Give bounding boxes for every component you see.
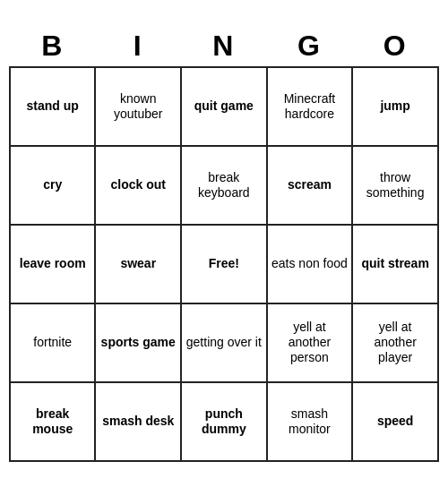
header-letter: B — [10, 26, 95, 67]
bingo-cell: getting over it — [181, 303, 267, 382]
header-letter: N — [181, 26, 267, 67]
bingo-cell: punch dummy — [181, 382, 267, 461]
bingo-cell: smash monitor — [267, 382, 353, 461]
bingo-row: fortnitesports gamegetting over ityell a… — [10, 303, 438, 382]
bingo-row: stand upknown youtuberquit gameMinecraft… — [10, 67, 438, 146]
bingo-cell: scream — [267, 146, 353, 225]
bingo-cell: swear — [95, 225, 181, 303]
bingo-row: break mousesmash deskpunch dummysmash mo… — [10, 382, 438, 461]
bingo-cell: sports game — [95, 303, 181, 382]
bingo-cell: Free! — [181, 225, 267, 303]
bingo-cell: fortnite — [10, 303, 95, 382]
bingo-cell: break keyboard — [181, 146, 267, 225]
bingo-cell: eats non food — [267, 225, 353, 303]
bingo-cell: smash desk — [95, 382, 181, 461]
bingo-cell: speed — [352, 382, 438, 461]
bingo-row: leave roomswearFree!eats non foodquit st… — [10, 225, 438, 303]
bingo-cell: jump — [352, 67, 438, 146]
bingo-cell: known youtuber — [95, 67, 181, 146]
bingo-cell: quit game — [181, 67, 267, 146]
header-letter: G — [267, 26, 353, 67]
bingo-cell: stand up — [10, 67, 95, 146]
bingo-cell: leave room — [10, 225, 95, 303]
header-row: BINGO — [10, 26, 438, 67]
header-letter: O — [352, 26, 438, 67]
header-letter: I — [95, 26, 181, 67]
bingo-cell: clock out — [95, 146, 181, 225]
bingo-cell: cry — [10, 146, 95, 225]
bingo-cell: break mouse — [10, 382, 95, 461]
bingo-card: BINGO stand upknown youtuberquit gameMin… — [9, 26, 439, 462]
bingo-cell: quit stream — [352, 225, 438, 303]
bingo-cell: Minecraft hardcore — [267, 67, 353, 146]
bingo-body: stand upknown youtuberquit gameMinecraft… — [10, 67, 438, 461]
bingo-cell: yell at another player — [352, 303, 438, 382]
bingo-cell: yell at another person — [267, 303, 353, 382]
bingo-row: cryclock outbreak keyboardscreamthrow so… — [10, 146, 438, 225]
bingo-cell: throw something — [352, 146, 438, 225]
